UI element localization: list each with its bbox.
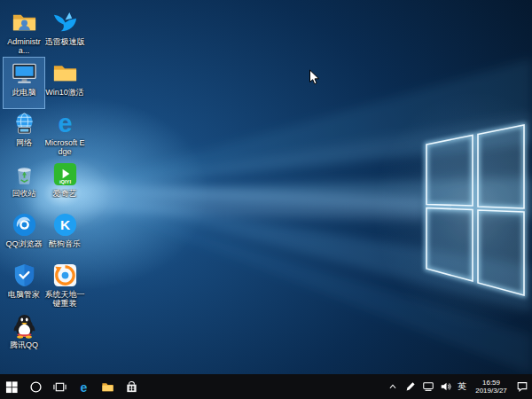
desktop-icon-label: 爱奇艺 [44,189,85,198]
desktop-icon-label: 电脑管家 [4,290,44,299]
tencent-qq-icon [11,312,38,340]
kugou-music-icon: K [51,211,79,239]
start-icon [5,380,19,394]
desktop-icon-label: 系统天地一键重装 [44,290,85,308]
desktop-icon-network[interactable]: 网络 [3,107,45,160]
desktop-icon-microsoft-edge[interactable]: eMicrosoft Edge [43,107,86,160]
administrator-icon [11,9,38,36]
svg-text:iQIYI: iQIYI [59,179,71,184]
desktop[interactable]: Administra...迅雷极速版此电脑Win10激活网络eMicrosoft… [0,0,532,399]
task-view-icon [53,380,66,394]
input-language-indicator[interactable]: 英 [457,382,467,391]
search-icon [29,380,43,394]
desktop-icon-win10-activation[interactable]: Win10激活 [43,57,86,109]
qq-browser-icon [11,211,38,239]
taskbar-edge-button[interactable]: e [72,374,96,399]
desktop-icon-sys-reinstall[interactable]: 系统天地一键重装 [43,259,86,311]
desktop-icon-kugou-music[interactable]: K酷狗音乐 [43,208,86,261]
hidden-icons-chevron-icon[interactable] [386,380,399,394]
taskbar-clock[interactable]: 16:59 2019/3/27 [472,379,511,395]
action-center-icon[interactable] [515,380,528,394]
volume-icon[interactable] [439,380,452,394]
desktop-icon-pc-manager[interactable]: 电脑管家 [3,259,45,311]
win10-activation-icon [51,59,79,87]
desktop-icon-label: Microsoft Edge [44,138,85,156]
desktop-icon-administrator[interactable]: Administra... [3,6,45,59]
desktop-icon-label: 酷狗音乐 [44,239,85,248]
this-pc-icon [11,59,38,87]
desktop-icon-iqiyi[interactable]: iQIYI爱奇艺 [43,158,86,210]
taskbar-file-explorer-button[interactable] [96,374,120,399]
desktop-icon-recycle-bin[interactable]: 回收站 [3,158,45,210]
desktop-icon-label: 此电脑 [4,88,44,97]
clock-date: 2019/3/27 [472,387,511,395]
pc-manager-icon [11,262,38,289]
svg-text:K: K [59,217,70,232]
desktop-icon-label: 腾讯QQ [4,340,44,349]
svg-text:e: e [58,110,72,137]
desktop-icon-this-pc[interactable]: 此电脑 [3,57,45,109]
desktop-icon-label: 迅雷极速版 [44,37,85,46]
taskbar-start-button[interactable] [0,374,24,399]
store-icon [125,380,138,394]
taskbar: e 英 16:59 2019/3/27 [0,374,532,399]
svg-text:e: e [81,380,88,394]
recycle-bin-icon [11,160,38,188]
desktop-icon-xunlei[interactable]: 迅雷极速版 [43,6,86,59]
desktop-icon-label: Administra... [4,37,44,55]
network-icon[interactable] [421,380,434,394]
file-explorer-icon [101,380,114,394]
taskbar-store-button[interactable] [120,374,144,399]
windows-ink-pen-icon[interactable] [403,380,417,394]
taskbar-task-view-button[interactable] [48,374,72,399]
desktop-icon-label: 回收站 [4,189,44,198]
network-icon [11,110,38,137]
microsoft-edge-icon: e [51,110,79,137]
desktop-icon-tencent-qq[interactable]: 腾讯QQ [3,309,45,362]
clock-time: 16:59 [472,379,511,387]
edge-icon: e [77,380,90,394]
taskbar-buttons: e [0,374,144,399]
iqiyi-icon: iQIYI [51,160,79,188]
xunlei-icon [51,9,79,36]
desktop-icon-label: QQ浏览器 [4,239,44,248]
sys-reinstall-icon [51,262,79,289]
desktop-icon-label: 网络 [4,138,44,147]
system-tray: 英 16:59 2019/3/27 [386,374,532,399]
desktop-icons: Administra...迅雷极速版此电脑Win10激活网络eMicrosoft… [0,0,532,374]
desktop-icon-qq-browser[interactable]: QQ浏览器 [3,208,45,261]
taskbar-search-button[interactable] [24,374,48,399]
desktop-icon-label: Win10激活 [44,88,85,97]
